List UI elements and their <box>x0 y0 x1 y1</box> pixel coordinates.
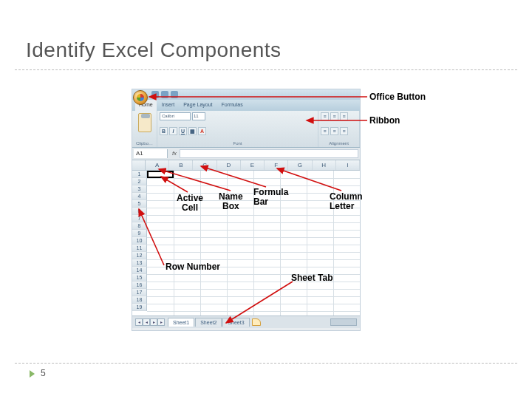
label-office-button: Office Button <box>369 92 426 102</box>
divider-top <box>15 69 517 70</box>
column-headers: A B C D E F G H I <box>132 160 360 171</box>
col-header[interactable]: B <box>169 160 193 170</box>
align-top-button[interactable]: ≡ <box>321 112 329 120</box>
label-formula-bar: Formula Bar <box>253 188 288 207</box>
row-header[interactable]: 11 <box>132 245 147 252</box>
new-sheet-button[interactable] <box>252 318 261 326</box>
row-header[interactable]: 15 <box>132 274 147 282</box>
col-header[interactable]: I <box>336 160 360 170</box>
col-header[interactable]: A <box>146 160 169 170</box>
active-cell[interactable] <box>147 171 174 178</box>
sheet-tab-bar: ◂◂▸▸ Sheet1 Sheet2 Sheet3 <box>132 316 360 328</box>
row-header[interactable]: 13 <box>132 259 147 267</box>
row-header[interactable]: 1 <box>132 171 147 178</box>
hscroll-thumb[interactable] <box>330 318 357 326</box>
page-arrow-icon <box>30 370 35 378</box>
formula-bar-row: A1 fx <box>132 148 360 160</box>
align-center-button[interactable]: ≡ <box>330 127 338 135</box>
label-active-cell: Active Cell <box>177 194 203 213</box>
divider-bottom <box>15 363 517 364</box>
font-color-button[interactable]: A <box>198 127 206 135</box>
group-alignment: ≡ ≡ ≡ ≡ ≡ ≡ Alignment <box>318 111 360 147</box>
label-column-letter: Column Letter <box>330 192 363 211</box>
align-mid-button[interactable]: ≡ <box>330 112 338 120</box>
office-button[interactable] <box>133 90 148 105</box>
italic-button[interactable]: I <box>169 127 177 135</box>
label-ribbon: Ribbon <box>369 116 400 126</box>
bold-button[interactable]: B <box>160 127 168 135</box>
align-bot-button[interactable]: ≡ <box>340 112 348 120</box>
tab-insert[interactable]: Insert <box>158 100 179 111</box>
col-header[interactable]: G <box>288 160 312 170</box>
border-button[interactable]: ▦ <box>188 127 197 135</box>
col-header[interactable]: D <box>217 160 241 170</box>
row-header[interactable]: 10 <box>132 237 147 245</box>
row-header[interactable]: 12 <box>132 252 147 259</box>
font-name-input[interactable]: Calibri <box>160 112 191 120</box>
row-header[interactable]: 19 <box>132 304 147 311</box>
fx-icon[interactable]: fx <box>169 148 180 160</box>
page-number: 5 <box>41 368 46 378</box>
tab-formulas[interactable]: Formulas <box>218 100 247 111</box>
label-row-number: Row Number <box>166 262 220 272</box>
sheet-tab-1[interactable]: Sheet1 <box>168 318 194 327</box>
row-header[interactable]: 5 <box>132 200 147 208</box>
formula-bar[interactable] <box>180 149 358 158</box>
align-right-button[interactable]: ≡ <box>340 127 348 135</box>
row-header[interactable]: 2 <box>132 178 147 185</box>
ribbon-tabs: Home Insert Page Layout Formulas <box>132 100 360 111</box>
excel-titlebar <box>132 89 360 100</box>
col-header[interactable]: C <box>193 160 216 170</box>
group-alignment-label: Alignment <box>321 141 357 146</box>
excel-screenshot: Home Insert Page Layout Formulas Clipbo…… <box>132 89 361 331</box>
worksheet-grid[interactable]: A B C D E F G H I 1234567891011121314151… <box>132 160 360 316</box>
col-header[interactable]: H <box>313 160 336 170</box>
group-font: Calibri 11 B I U ▦ A Font <box>157 111 318 147</box>
sheet-tab-2[interactable]: Sheet2 <box>195 318 222 327</box>
row-header[interactable]: 16 <box>132 282 147 289</box>
group-clipboard-label: Clipbo… <box>134 141 154 146</box>
paste-button[interactable] <box>138 113 151 132</box>
row-header[interactable]: 3 <box>132 185 147 193</box>
row-header[interactable]: 6 <box>132 208 147 215</box>
underline-button[interactable]: U <box>179 127 187 135</box>
col-header[interactable]: F <box>265 160 288 170</box>
align-left-button[interactable]: ≡ <box>321 127 329 135</box>
sheet-nav-buttons[interactable]: ◂◂▸▸ <box>135 318 165 326</box>
ribbon: Clipbo… Calibri 11 B I U ▦ A Font ≡ ≡ ≡ <box>132 111 360 148</box>
quick-access-toolbar[interactable] <box>151 91 178 98</box>
label-name-box: Name Box <box>219 192 243 211</box>
col-header[interactable]: E <box>241 160 265 170</box>
slide-title: Identify Excel Components <box>26 38 282 62</box>
row-header[interactable]: 8 <box>132 222 147 230</box>
row-header[interactable]: 7 <box>132 215 147 222</box>
select-all-corner[interactable] <box>132 160 146 170</box>
row-header[interactable]: 9 <box>132 230 147 237</box>
label-sheet-tab: Sheet Tab <box>291 273 332 283</box>
name-box[interactable]: A1 <box>134 149 168 158</box>
row-header[interactable]: 18 <box>132 296 147 304</box>
group-font-label: Font <box>160 141 316 146</box>
row-header[interactable]: 17 <box>132 289 147 296</box>
row-header[interactable]: 14 <box>132 267 147 274</box>
sheet-tab-3[interactable]: Sheet3 <box>222 318 249 327</box>
font-size-input[interactable]: 11 <box>192 112 205 120</box>
row-header[interactable]: 4 <box>132 193 147 200</box>
tab-page-layout[interactable]: Page Layout <box>180 100 216 111</box>
group-clipboard: Clipbo… <box>132 111 157 147</box>
